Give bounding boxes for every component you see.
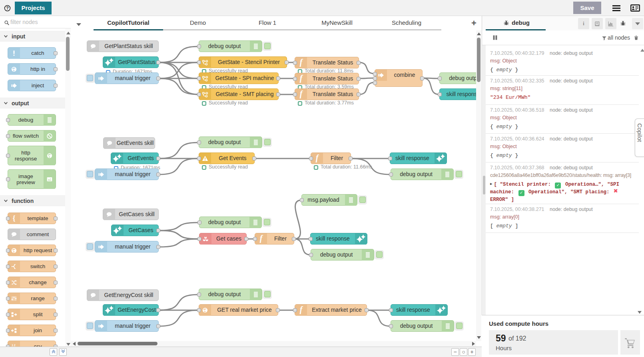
svg-text:f: f — [300, 306, 303, 314]
svg-text:1: 1 — [12, 344, 14, 347]
svg-text:2: 2 — [14, 344, 16, 347]
svg-text:{: { — [12, 215, 15, 222]
svg-text:f: f — [316, 154, 319, 162]
svg-text:?: ? — [6, 6, 8, 10]
svg-text:f: f — [300, 59, 303, 67]
svg-text:f: f — [300, 75, 303, 83]
svg-text:f: f — [300, 90, 303, 98]
svg-text:f: f — [260, 235, 263, 243]
svg-text:i: i — [583, 21, 584, 26]
